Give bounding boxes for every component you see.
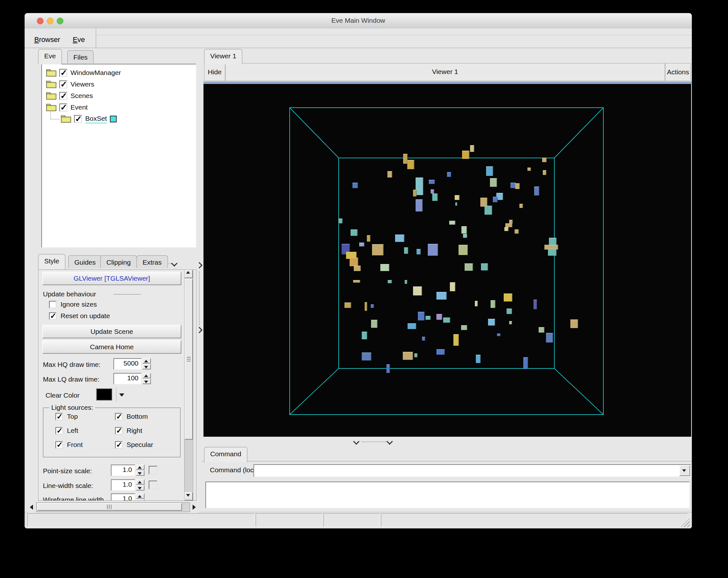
tree-item-viewers[interactable]: Viewers: [42, 79, 196, 90]
bottom-strip: [204, 437, 692, 447]
hsplitter-arrow-right[interactable]: [386, 438, 393, 445]
point-size-label: Point-size scale:: [43, 467, 92, 475]
scene-box: [431, 189, 434, 193]
spin-down-button[interactable]: [136, 485, 145, 491]
line-width-spinner[interactable]: [136, 479, 145, 491]
hscrollbar-track[interactable]: [36, 502, 190, 512]
tab-extras[interactable]: Extras: [136, 255, 168, 268]
wireframe-width-entry[interactable]: 1.0: [111, 493, 135, 501]
tree-item-checkbox[interactable]: [59, 69, 67, 77]
scrollbar-thumb[interactable]: [185, 279, 193, 440]
clear-color-swatch[interactable]: [96, 388, 112, 400]
spin-up-button[interactable]: [136, 465, 145, 470]
light-left-checkbox[interactable]: [55, 427, 63, 435]
spin-down-button[interactable]: [142, 364, 151, 369]
left-panel-hscrollbar[interactable]: [28, 502, 198, 512]
tab-style[interactable]: Style: [38, 254, 66, 269]
tree-item-checkbox[interactable]: [59, 92, 67, 100]
tree-item-label[interactable]: Scenes: [71, 92, 93, 100]
tab-viewer-1[interactable]: Viewer 1: [204, 49, 242, 64]
command-dropdown-button[interactable]: [679, 465, 690, 476]
light-right-checkbox[interactable]: [115, 427, 122, 435]
point-size-checkbox[interactable]: [149, 466, 157, 474]
scroll-up-button[interactable]: [185, 270, 193, 278]
hscrollbar-thumb[interactable]: [37, 503, 182, 511]
spin-down-button[interactable]: [136, 470, 145, 476]
update-scene-button[interactable]: Update Scene: [42, 325, 181, 338]
light-top-checkbox[interactable]: [55, 413, 63, 420]
folder-icon: [46, 68, 57, 77]
vsplitter-arrow-top[interactable]: [196, 262, 203, 268]
tree-item-label[interactable]: WindowManager: [71, 69, 121, 77]
light-specular-checkbox[interactable]: [115, 441, 122, 449]
tab-guides[interactable]: Guides: [68, 255, 102, 268]
spin-up-button[interactable]: [136, 493, 145, 499]
tab-eve[interactable]: Eve: [38, 49, 62, 64]
tree-item-label[interactable]: Event: [71, 104, 88, 111]
light-left-row[interactable]: Left: [51, 427, 78, 435]
tree-item-label[interactable]: BoxSet: [85, 115, 107, 123]
ignore-sizes-checkbox[interactable]: [49, 301, 56, 308]
max-lq-spinner[interactable]: [142, 373, 151, 384]
hsplitter-arrow-left[interactable]: [353, 438, 360, 445]
style-panel-scrollbar[interactable]: [184, 269, 193, 501]
tree-item-scenes[interactable]: Scenes: [42, 90, 196, 102]
tab-files[interactable]: Files: [67, 50, 94, 63]
clear-color-dropdown-icon[interactable]: [119, 393, 124, 397]
light-bottom-row[interactable]: Bottom: [111, 413, 148, 420]
scene-box: [465, 263, 473, 271]
scene-box: [416, 178, 423, 195]
reset-on-update-checkbox-row[interactable]: Reset on update: [45, 312, 110, 320]
hide-button[interactable]: Hide: [204, 63, 225, 81]
command-input[interactable]: [254, 464, 691, 477]
line-width-entry[interactable]: 1.0: [111, 479, 135, 491]
camera-home-button[interactable]: Camera Home: [42, 340, 181, 354]
max-hq-entry[interactable]: 5000: [113, 358, 141, 370]
color-swatch[interactable]: [110, 116, 116, 123]
light-specular-row[interactable]: Specular: [111, 441, 153, 449]
wireframe-width-spinner[interactable]: [136, 493, 145, 501]
tree-item-event[interactable]: Event: [42, 102, 196, 113]
spin-up-button[interactable]: [136, 479, 145, 485]
spin-up-button[interactable]: [142, 358, 151, 364]
splitter-arrow-right[interactable]: [171, 260, 178, 267]
menu-browser[interactable]: Browser: [34, 35, 60, 44]
light-front-row[interactable]: Front: [51, 441, 83, 449]
gl-viewport[interactable]: [204, 84, 691, 437]
tree-item-windowmanager[interactable]: WindowManager: [42, 67, 196, 79]
tree-item-boxset[interactable]: BoxSet: [42, 113, 196, 125]
command-output-area[interactable]: [205, 481, 690, 508]
tree-item-checkbox[interactable]: [59, 80, 67, 88]
max-hq-spinner[interactable]: [142, 358, 151, 369]
light-front-checkbox[interactable]: [55, 441, 63, 449]
scroll-left-button[interactable]: [28, 503, 36, 511]
tab-command[interactable]: Command: [204, 447, 248, 462]
reset-on-update-checkbox[interactable]: [49, 312, 56, 320]
spin-down-button[interactable]: [136, 499, 145, 501]
vsplitter-dots[interactable]: [199, 271, 200, 325]
scene-box: [497, 334, 500, 336]
line-width-checkbox[interactable]: [149, 481, 157, 489]
scroll-down-button[interactable]: [185, 492, 193, 500]
actions-button[interactable]: Actions: [665, 63, 691, 81]
glviewer-link-button[interactable]: GLViewer [TGLSAViewer]: [42, 272, 181, 285]
scroll-right-button[interactable]: [190, 503, 198, 511]
light-top-row[interactable]: Top: [51, 413, 78, 420]
tree-item-label[interactable]: Viewers: [71, 80, 94, 88]
spin-up-button[interactable]: [142, 373, 151, 378]
menu-eve[interactable]: Eve: [73, 35, 85, 44]
max-lq-entry[interactable]: 100: [113, 373, 141, 385]
light-label: Left: [67, 427, 78, 435]
tree-item-checkbox[interactable]: [59, 104, 67, 111]
point-size-spinner[interactable]: [136, 465, 145, 476]
hsplitter-dots[interactable]: [362, 442, 386, 442]
light-bottom-checkbox[interactable]: [115, 413, 122, 420]
tab-clipping[interactable]: Clipping: [100, 255, 137, 268]
spin-down-button[interactable]: [142, 379, 151, 384]
tree-item-checkbox[interactable]: [74, 115, 82, 123]
point-size-entry[interactable]: 1.0: [111, 465, 135, 476]
light-right-row[interactable]: Right: [111, 427, 142, 435]
vsplitter-arrow-bottom[interactable]: [196, 327, 203, 333]
ignore-sizes-checkbox-row[interactable]: Ignore sizes: [45, 300, 97, 308]
dock-handle-bar[interactable]: [204, 82, 692, 84]
